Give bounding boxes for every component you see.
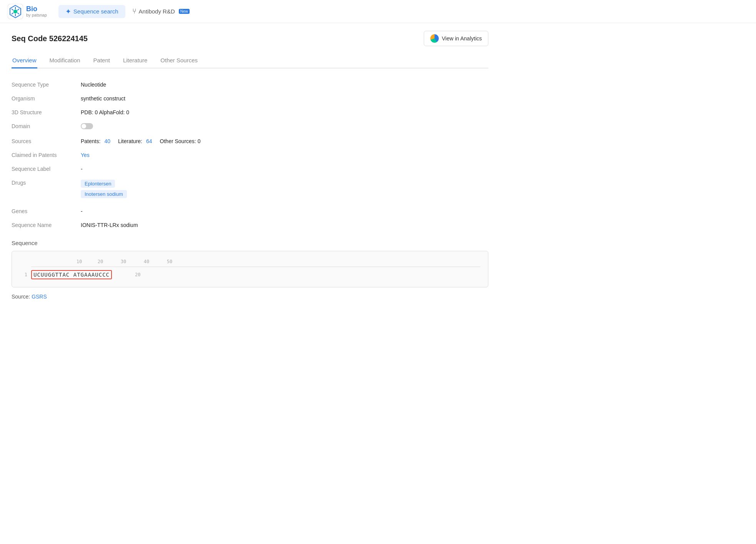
sequence-search-nav[interactable]: ✦ Sequence search	[58, 5, 125, 18]
drugs-value: Eplontersen Inotersen sodium	[81, 176, 488, 204]
sources-label: Sources	[12, 134, 81, 148]
source-gsrs-link[interactable]: GSRS	[32, 294, 47, 300]
analytics-icon	[430, 34, 439, 43]
table-row: Domain	[12, 119, 488, 134]
page-title: Seq Code 526224145	[12, 34, 88, 43]
antibody-icon: ⑂	[132, 7, 137, 15]
ruler-mark-20: 20	[89, 259, 112, 264]
table-row: Sequence Name IONIS-TTR-LRx sodium	[12, 218, 488, 232]
table-row: Sequence Label -	[12, 162, 488, 176]
patents-label: Patents:	[81, 138, 100, 144]
logo-text: Bio by patsnap	[26, 5, 47, 18]
sources-inline: Patents:40 Literature:64 Other Sources: …	[81, 138, 488, 144]
logo-icon	[8, 4, 23, 19]
tab-overview[interactable]: Overview	[12, 53, 37, 68]
field-value: -	[81, 204, 488, 218]
table-row: Organism synthetic construct	[12, 92, 488, 105]
domain-toggle[interactable]	[81, 123, 93, 129]
field-label: Sequence Name	[12, 218, 81, 232]
patents-count-link[interactable]: 40	[104, 138, 110, 144]
sequence-section-title: Sequence	[12, 240, 488, 246]
field-value: IONIS-TTR-LRx sodium	[81, 218, 488, 232]
table-row: Sources Patents:40 Literature:64 Other S…	[12, 134, 488, 148]
field-label: Drugs	[12, 176, 81, 204]
tab-other-sources[interactable]: Other Sources	[160, 53, 198, 68]
overview-table: Sequence Type Nucleotide Organism synthe…	[12, 78, 488, 232]
table-row: Sequence Type Nucleotide	[12, 78, 488, 92]
drugs-list: Eplontersen Inotersen sodium	[81, 180, 488, 200]
field-label: 3D Structure	[12, 105, 81, 119]
field-label: Domain	[12, 119, 81, 134]
view-analytics-button[interactable]: View in Analytics	[424, 31, 488, 46]
ruler-mark-50: 50	[158, 259, 181, 264]
source-line: Source: GSRS	[12, 294, 488, 300]
other-sources-label: Other Sources: 0	[160, 138, 201, 144]
literature-label: Literature:	[118, 138, 142, 144]
sequence-num-right: 20	[135, 272, 140, 277]
antibody-rd-nav[interactable]: ⑂ Antibody R&D New	[125, 5, 196, 18]
field-label: Sequence Label	[12, 162, 81, 176]
claimed-yes-link[interactable]: Yes	[81, 152, 90, 158]
table-row: Claimed in Patents Yes	[12, 148, 488, 162]
tab-modification[interactable]: Modification	[49, 53, 81, 68]
field-value: -	[81, 162, 488, 176]
ruler-mark-30: 30	[112, 259, 135, 264]
sequence-row: 1 UCUUGGTTAC ATGAAAUCCC 20	[20, 270, 480, 279]
sources-value: Patents:40 Literature:64 Other Sources: …	[81, 134, 488, 148]
title-row: Seq Code 526224145 View in Analytics	[12, 31, 488, 46]
sequence-box: 10 20 30 40 50 1 UCUUGGTTAC ATGAAAUCCC 2…	[12, 251, 488, 287]
sequence-text-highlighted: UCUUGGTTAC ATGAAAUCCC	[31, 270, 112, 279]
ruler-mark-40: 40	[135, 259, 158, 264]
sequence-ruler: 10 20 30 40 50	[20, 259, 480, 264]
tab-literature[interactable]: Literature	[122, 53, 148, 68]
tabs-bar: Overview Modification Patent Literature …	[12, 53, 488, 68]
domain-toggle-cell	[81, 119, 488, 134]
claimed-patents-value: Yes	[81, 148, 488, 162]
field-label: Sequence Type	[12, 78, 81, 92]
table-row: Genes -	[12, 204, 488, 218]
table-row: 3D Structure PDB: 0 AlphaFold: 0	[12, 105, 488, 119]
field-label: Genes	[12, 204, 81, 218]
header: Bio by patsnap ✦ Sequence search ⑂ Antib…	[0, 0, 756, 23]
field-value: PDB: 0 AlphaFold: 0	[81, 105, 488, 119]
field-label: Organism	[12, 92, 81, 105]
drug-tag-inotersen[interactable]: Inotersen sodium	[81, 190, 127, 198]
svg-point-2	[13, 10, 17, 13]
field-value: Nucleotide	[81, 78, 488, 92]
table-row: Drugs Eplontersen Inotersen sodium	[12, 176, 488, 204]
sequence-search-icon: ✦	[65, 7, 71, 16]
page-content: Seq Code 526224145 View in Analytics Ove…	[0, 23, 500, 307]
field-value: synthetic construct	[81, 92, 488, 105]
literature-count-link[interactable]: 64	[146, 138, 152, 144]
sequence-num-left: 1	[20, 272, 27, 277]
drug-tag-eplontersen[interactable]: Eplontersen	[81, 180, 115, 188]
ruler-mark-10: 10	[70, 259, 89, 264]
field-label: Claimed in Patents	[12, 148, 81, 162]
tab-patent[interactable]: Patent	[93, 53, 111, 68]
logo: Bio by patsnap	[8, 4, 47, 19]
